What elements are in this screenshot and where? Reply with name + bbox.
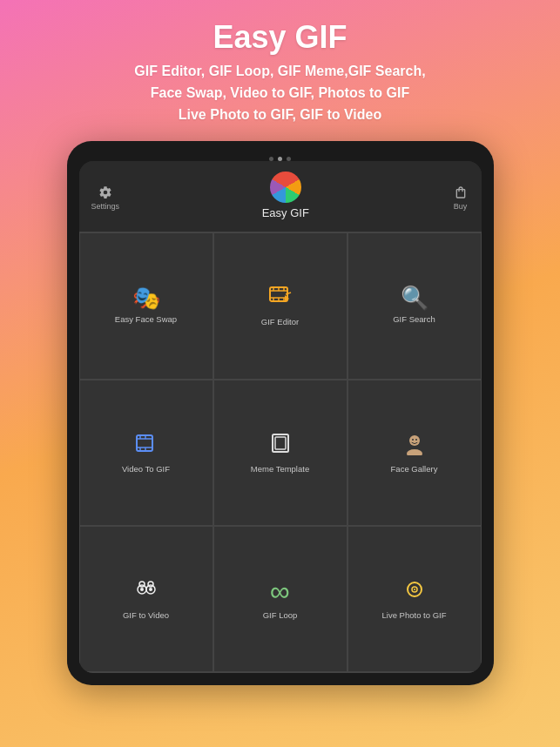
device-screen: Settings Easy GIF Buy 🎭: [79, 161, 482, 673]
face-gallery-icon: [402, 431, 427, 459]
face-swap-icon: 🎭: [132, 286, 160, 309]
gear-icon: [97, 184, 114, 201]
gif-editor-label: GIF Editor: [261, 317, 299, 327]
svg-point-31: [414, 589, 415, 590]
live-photo-icon: [402, 577, 427, 605]
gif-to-video-cell[interactable]: GIF to Video: [79, 526, 213, 672]
gif-search-icon: 🔍: [401, 286, 428, 309]
buy-button[interactable]: Buy: [452, 184, 469, 211]
app-subtitle: GIF Editor, GIF Loop, GIF Meme,GIF Searc…: [117, 61, 442, 125]
feature-grid: 🎭 Easy Face Swap: [79, 232, 482, 672]
app-title: Easy GIF: [213, 19, 347, 56]
gif-loop-cell[interactable]: ∞ GIF Loop: [213, 526, 347, 672]
live-photo-to-gif-cell[interactable]: Live Photo to GIF: [347, 526, 482, 672]
gif-to-video-icon: [134, 577, 159, 605]
app-logo-area: Easy GIF: [262, 168, 309, 226]
app-logo-icon: [270, 172, 301, 203]
svg-point-20: [407, 449, 422, 455]
gif-to-video-label: GIF to Video: [123, 610, 169, 621]
video-to-gif-icon: [134, 431, 159, 459]
svg-point-28: [148, 582, 153, 587]
face-gallery-cell[interactable]: Face Gallery: [347, 380, 482, 526]
gif-loop-label: GIF Loop: [263, 610, 298, 621]
video-to-gif-label: Video To GIF: [122, 464, 170, 474]
buy-label: Buy: [454, 202, 468, 211]
video-to-gif-cell[interactable]: Video To GIF: [79, 380, 213, 526]
face-swap-label: Easy Face Swap: [115, 314, 177, 325]
svg-point-27: [139, 582, 145, 587]
svg-point-26: [149, 588, 152, 591]
device-frame: Settings Easy GIF Buy 🎭: [67, 141, 494, 685]
svg-point-21: [412, 439, 414, 441]
gif-search-label: GIF Search: [393, 314, 435, 325]
gif-search-cell[interactable]: 🔍 GIF Search: [347, 232, 482, 379]
svg-rect-10: [137, 435, 152, 451]
settings-button[interactable]: Settings: [91, 184, 120, 211]
meme-template-icon: [268, 431, 293, 459]
gif-editor-icon: [268, 284, 293, 312]
svg-rect-18: [275, 437, 286, 449]
screen-header: Settings Easy GIF Buy: [79, 161, 482, 232]
app-name-label: Easy GIF: [262, 206, 309, 219]
live-photo-label: Live Photo to GIF: [382, 610, 447, 621]
gif-editor-cell[interactable]: GIF Editor: [213, 232, 347, 379]
meme-template-cell[interactable]: Meme Template: [213, 380, 347, 526]
easy-face-swap-cell[interactable]: 🎭 Easy Face Swap: [79, 232, 213, 379]
bag-icon: [452, 184, 469, 201]
meme-template-label: Meme Template: [251, 464, 309, 474]
svg-point-22: [415, 439, 417, 441]
gif-loop-icon: ∞: [270, 577, 290, 605]
svg-point-24: [140, 588, 144, 591]
settings-label: Settings: [91, 202, 120, 211]
svg-line-9: [286, 293, 291, 294]
device-notch: [79, 153, 482, 161]
footer-divider: [79, 672, 482, 673]
face-gallery-label: Face Gallery: [391, 464, 438, 474]
